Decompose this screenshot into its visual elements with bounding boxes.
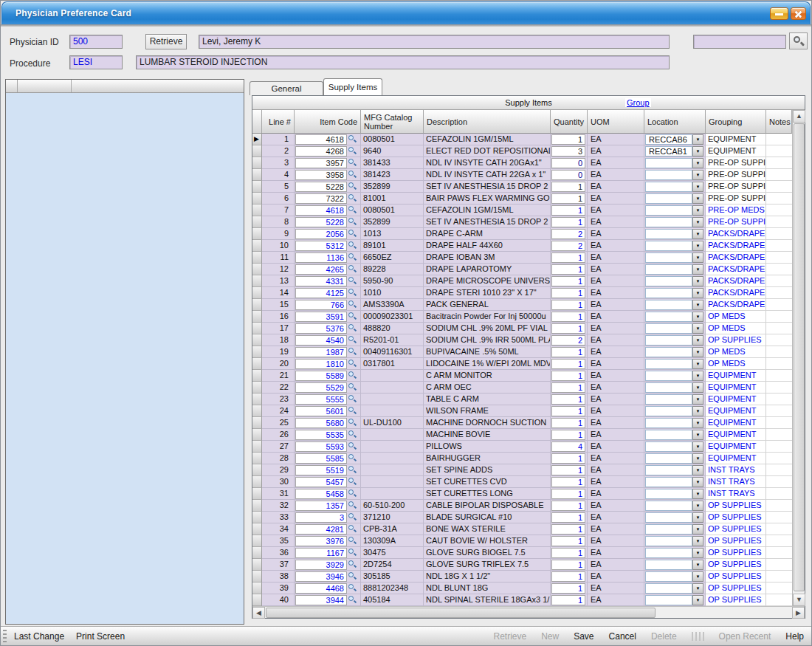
row-selector[interactable] [252, 405, 262, 417]
item-code-input[interactable]: 7322 [295, 193, 347, 204]
quantity-input[interactable]: 1 [551, 394, 585, 405]
quantity-input[interactable]: 1 [551, 465, 585, 475]
column-header-uom[interactable]: UOM [588, 110, 644, 134]
item-lookup-icon[interactable] [347, 406, 358, 416]
location-input[interactable] [645, 182, 692, 192]
location-dropdown-icon[interactable]: ▼ [692, 595, 703, 605]
item-code-input[interactable]: 1987 [295, 347, 347, 357]
location-dropdown-icon[interactable]: ▼ [692, 134, 703, 145]
location-dropdown-icon[interactable]: ▼ [692, 489, 703, 499]
item-code-input[interactable]: 4540 [295, 335, 347, 346]
row-selector[interactable] [252, 464, 262, 476]
item-code-input[interactable]: 5519 [295, 465, 347, 475]
tab-supply-items[interactable]: Supply Items [323, 78, 382, 95]
item-lookup-icon[interactable] [347, 371, 358, 381]
item-lookup-icon[interactable] [347, 347, 358, 357]
location-input[interactable] [645, 524, 692, 535]
item-lookup-icon[interactable] [347, 241, 358, 251]
help-button[interactable]: Help [785, 631, 804, 642]
item-code-input[interactable]: 3958 [295, 170, 347, 180]
row-selector[interactable] [252, 594, 262, 606]
location-input[interactable]: RECCAB1 [645, 146, 692, 157]
column-header-location[interactable]: Location [644, 110, 706, 134]
location-input[interactable] [645, 241, 692, 251]
quantity-input[interactable]: 1 [551, 288, 585, 298]
item-lookup-icon[interactable] [347, 229, 358, 239]
row-selector[interactable] [252, 193, 262, 205]
row-selector[interactable] [252, 252, 262, 264]
location-dropdown-icon[interactable]: ▼ [692, 312, 703, 322]
quantity-input[interactable]: 1 [551, 134, 585, 145]
location-input[interactable] [645, 205, 692, 216]
location-dropdown-icon[interactable]: ▼ [692, 217, 703, 227]
row-selector[interactable] [252, 488, 262, 500]
item-lookup-icon[interactable] [347, 205, 358, 216]
item-code-input[interactable]: 5529 [295, 382, 347, 393]
location-dropdown-icon[interactable]: ▼ [692, 288, 703, 298]
item-lookup-icon[interactable] [347, 501, 358, 511]
save-button[interactable]: Save [574, 631, 593, 642]
location-dropdown-icon[interactable]: ▼ [692, 182, 703, 192]
row-selector[interactable] [252, 571, 262, 583]
location-input[interactable] [645, 571, 692, 582]
location-input[interactable] [645, 453, 692, 464]
location-dropdown-icon[interactable]: ▼ [692, 382, 703, 393]
location-dropdown-icon[interactable]: ▼ [692, 264, 703, 275]
item-code-input[interactable]: 5585 [295, 453, 347, 464]
quantity-input[interactable]: 1 [551, 595, 585, 605]
item-code-input[interactable]: 4468 [295, 583, 347, 594]
row-selector[interactable] [252, 583, 262, 594]
location-dropdown-icon[interactable]: ▼ [692, 418, 703, 428]
quantity-input[interactable]: 1 [551, 193, 585, 204]
item-code-input[interactable]: 5228 [295, 217, 347, 227]
item-lookup-icon[interactable] [347, 418, 358, 428]
row-selector[interactable] [252, 311, 262, 323]
item-code-input[interactable]: 5601 [295, 406, 347, 416]
quantity-input[interactable]: 1 [551, 300, 585, 310]
row-selector[interactable] [252, 323, 262, 334]
quantity-input[interactable]: 1 [551, 560, 585, 570]
column-header-mfg[interactable]: MFG Catalog Number [361, 110, 424, 134]
location-input[interactable] [645, 264, 692, 275]
procedure-description-field[interactable]: LUMBAR STEROID INJECTION [136, 55, 670, 69]
location-dropdown-icon[interactable]: ▼ [692, 536, 703, 546]
location-dropdown-icon[interactable]: ▼ [692, 501, 703, 511]
location-dropdown-icon[interactable]: ▼ [692, 394, 703, 405]
location-input[interactable] [645, 158, 692, 168]
item-code-input[interactable]: 3957 [295, 158, 347, 168]
quantity-input[interactable]: 1 [551, 453, 585, 464]
location-dropdown-icon[interactable]: ▼ [692, 571, 703, 582]
vertical-scroll-thumb[interactable] [794, 123, 805, 591]
column-header-line[interactable]: Line # [262, 110, 295, 134]
row-selector[interactable] [252, 216, 262, 228]
item-code-input[interactable]: 4618 [295, 134, 347, 145]
location-input[interactable] [645, 501, 692, 511]
row-selector[interactable] [252, 417, 262, 429]
scroll-up-icon[interactable]: ▲ [793, 110, 805, 123]
quantity-input[interactable]: 1 [551, 323, 585, 334]
item-code-input[interactable]: 5376 [295, 323, 347, 334]
item-code-input[interactable]: 4125 [295, 288, 347, 298]
location-dropdown-icon[interactable]: ▼ [692, 335, 703, 346]
item-code-input[interactable]: 3591 [295, 312, 347, 322]
location-input[interactable] [645, 193, 692, 204]
horizontal-scroll-thumb[interactable] [266, 608, 656, 618]
item-code-input[interactable]: 4265 [295, 264, 347, 275]
row-selector[interactable] [252, 228, 262, 240]
item-code-input[interactable]: 1167 [295, 548, 347, 558]
cancel-button[interactable]: Cancel [609, 631, 636, 642]
quantity-input[interactable]: 1 [551, 406, 585, 416]
location-dropdown-icon[interactable]: ▼ [692, 146, 703, 157]
horizontal-scrollbar[interactable]: ◀ ▶ [252, 606, 805, 618]
row-selector[interactable] [252, 429, 262, 441]
location-dropdown-icon[interactable]: ▼ [692, 560, 703, 570]
physician-name-field[interactable]: Levi, Jeremy K [199, 35, 670, 49]
location-dropdown-icon[interactable]: ▼ [692, 158, 703, 168]
quantity-input[interactable]: 1 [551, 264, 585, 275]
location-input[interactable] [645, 536, 692, 546]
location-input[interactable] [645, 548, 692, 558]
vertical-scrollbar[interactable]: ▲ ▼ [792, 110, 805, 606]
row-selector[interactable] [252, 535, 262, 547]
location-dropdown-icon[interactable]: ▼ [692, 465, 703, 475]
location-dropdown-icon[interactable]: ▼ [692, 347, 703, 357]
